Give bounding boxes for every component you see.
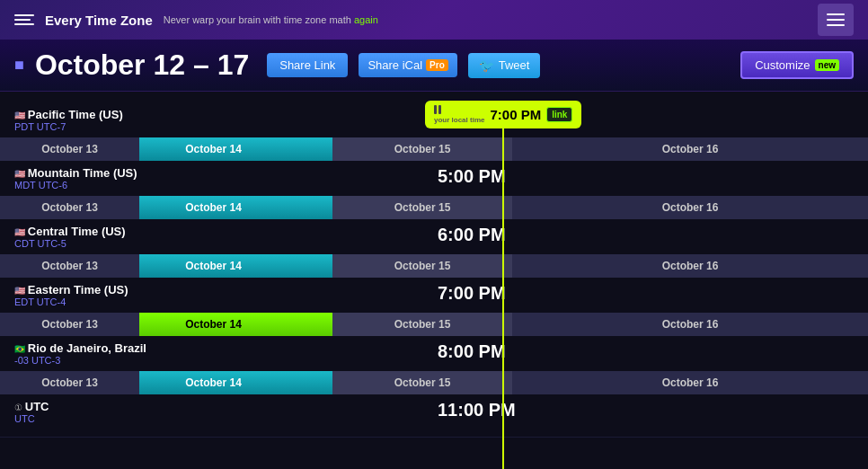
time-utc: 11:00 PM [438,400,516,420]
time-eastern: 7:00 PM [438,283,506,304]
time-mountain: 5:00 PM [438,166,506,187]
timeline-central: October 13 October 14 October 15 October… [0,254,868,278]
nav-left: Every Time Zone Never warp your brain wi… [14,13,378,28]
customize-label: Customize [755,58,810,72]
tweet-label: Tweet [499,58,530,72]
tz-group-rio: 🇧🇷 Rio de Janeiro, Brazil -03 UTC-3 8:00… [0,334,868,393]
seg-oct13-rio: October 13 [0,371,139,394]
share-ical-label: Share iCal [368,58,422,72]
seg-oct14-end-rio [288,371,332,394]
seg-oct13-central: October 13 [0,254,139,278]
seg-oct14-mountain: October 14 [139,196,288,219]
tz-group-mountain: 🇺🇸 Mountain Time (US) MDT UTC-6 5:00 PM … [0,159,868,217]
time-pacific: 4:00 PM [438,108,506,128]
seg-oct16-pacific: October 16 [512,137,868,161]
seg-oct14-end-eastern [288,313,332,336]
seg-oct16-eastern: October 16 [512,313,868,336]
seg-oct15-rio: October 15 [332,371,512,394]
seg-oct13-eastern: October 13 [0,313,139,336]
tweet-button[interactable]: 🐦 Tweet [468,53,541,78]
tz-name-rio: Rio de Janeiro, Brazil [28,341,146,355]
seg-oct14-end-pacific [288,137,332,161]
tz-info-pacific: 🇺🇸 Pacific Time (US) PDT UTC-7 [0,108,868,136]
tz-flag-us-eastern: 🇺🇸 Eastern Time (US) [14,283,854,296]
seg-oct14-central: October 14 [139,254,288,278]
tz-info-utc: ① UTC UTC [0,400,868,428]
pro-badge: Pro [426,59,448,71]
tz-group-pacific: 🇺🇸 Pacific Time (US) PDT UTC-7 4:00 PM O… [0,101,868,159]
customize-button[interactable]: Customize new [740,51,854,79]
tz-abbr-utc: UTC [14,413,854,424]
tz-abbr-rio: -03 UTC-3 [14,355,854,366]
tagline-highlight: again [354,14,378,25]
seg-oct16-central: October 16 [512,254,868,278]
seg-oct14-eastern: October 14 [139,313,288,336]
timeline-pacific: October 13 October 14 October 15 October… [0,137,868,161]
hamburger-menu[interactable] [818,4,854,36]
seg-oct13-pacific: October 13 [0,137,139,161]
twitter-icon: 🐦 [479,58,494,73]
tz-flag-rio: 🇧🇷 Rio de Janeiro, Brazil [14,341,854,355]
timeline-mountain: October 13 October 14 October 15 October… [0,196,868,219]
header-bar: ■ October 12 – 17 Share Link Share iCal … [0,40,868,92]
seg-oct13-mountain: October 13 [0,196,139,219]
tz-flag-us-pacific: 🇺🇸 Pacific Time (US) [14,108,854,121]
link-button[interactable]: link [546,107,572,122]
tz-group-utc: ① UTC UTC 11:00 PM [0,393,868,438]
share-link-button[interactable]: Share Link [267,53,348,77]
tagline: Never warp your brain with time zone mat… [164,13,378,26]
tz-group-central: 🇺🇸 Central Time (US) CDT UTC-5 6:00 PM O… [0,217,868,276]
seg-oct15-eastern: October 15 [332,313,512,336]
seg-oct14-end-mountain [288,196,332,219]
seg-oct15-mountain: October 15 [332,196,512,219]
tz-info-central: 🇺🇸 Central Time (US) CDT UTC-5 [0,225,868,252]
tz-info-rio: 🇧🇷 Rio de Janeiro, Brazil -03 UTC-3 [0,341,868,369]
logo-text: Every Time Zone [45,13,153,28]
tz-flag-us-central: 🇺🇸 Central Time (US) [14,225,854,238]
calendar-icon: ■ [14,56,24,75]
timeline-rio: October 13 October 14 October 15 October… [0,371,868,394]
tz-name-mountain: Mountain Time (US) [28,166,137,180]
tz-abbr-pacific: PDT UTC-7 [14,121,854,132]
seg-oct14-end-central [288,254,332,278]
seg-oct14-pacific: October 14 [139,137,288,161]
share-ical-button[interactable]: Share iCal Pro [359,53,456,77]
seg-oct15-pacific: October 15 [332,137,512,161]
tz-info-mountain: 🇺🇸 Mountain Time (US) MDT UTC-6 [0,166,868,194]
timeline-eastern: October 13 October 14 October 15 October… [0,313,868,336]
main-content: your local time 7:00 PM link 🇺🇸 Pacific … [0,92,868,469]
seg-oct16-rio: October 16 [512,371,868,394]
top-navigation: Every Time Zone Never warp your brain wi… [0,0,868,40]
time-central: 6:00 PM [438,225,506,245]
seg-oct15-central: October 15 [332,254,512,278]
logo-icon[interactable] [14,14,34,25]
tz-flag-utc: ① UTC [14,400,854,413]
tz-group-eastern: 🇺🇸 Eastern Time (US) EDT UTC-4 7:00 PM O… [0,276,868,334]
seg-oct16-mountain: October 16 [512,196,868,219]
time-rio: 8:00 PM [438,341,506,362]
tz-abbr-mountain: MDT UTC-6 [14,180,854,190]
seg-oct14-rio: October 14 [139,371,288,394]
tz-name-eastern: Eastern Time (US) [28,283,128,296]
tz-flag-us-mountain: 🇺🇸 Mountain Time (US) [14,166,854,180]
tz-name-pacific: Pacific Time (US) [28,108,123,121]
date-range: October 12 – 17 [35,49,249,82]
tz-name-central: Central Time (US) [28,225,126,238]
new-badge: new [815,59,839,71]
tz-abbr-eastern: EDT UTC-4 [14,296,854,307]
tz-info-eastern: 🇺🇸 Eastern Time (US) EDT UTC-4 [0,283,868,311]
tz-abbr-central: CDT UTC-5 [14,238,854,249]
tz-name-utc: UTC [25,400,49,413]
